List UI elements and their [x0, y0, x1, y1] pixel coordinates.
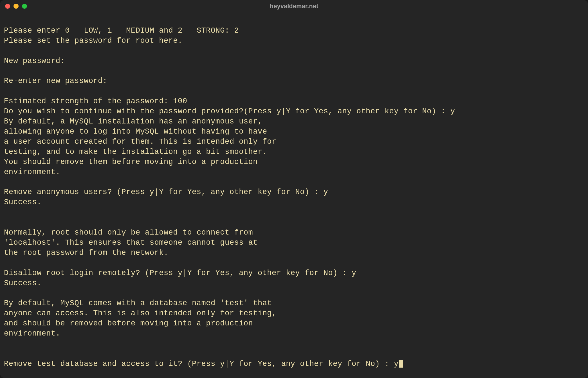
close-button[interactable]	[5, 4, 10, 9]
minimize-button[interactable]	[14, 4, 19, 9]
traffic-lights	[5, 4, 27, 9]
title-bar: heyvaldemar.net	[0, 0, 588, 12]
current-prompt-line: Remove test database and access to it? (…	[4, 360, 399, 368]
terminal-window: heyvaldemar.net Please enter 0 = LOW, 1 …	[0, 0, 588, 378]
cursor	[399, 360, 403, 368]
terminal-body[interactable]: Please enter 0 = LOW, 1 = MEDIUM and 2 =…	[0, 12, 588, 373]
terminal-output: Please enter 0 = LOW, 1 = MEDIUM and 2 =…	[4, 26, 455, 338]
maximize-button[interactable]	[22, 4, 27, 9]
window-title: heyvaldemar.net	[270, 3, 318, 10]
